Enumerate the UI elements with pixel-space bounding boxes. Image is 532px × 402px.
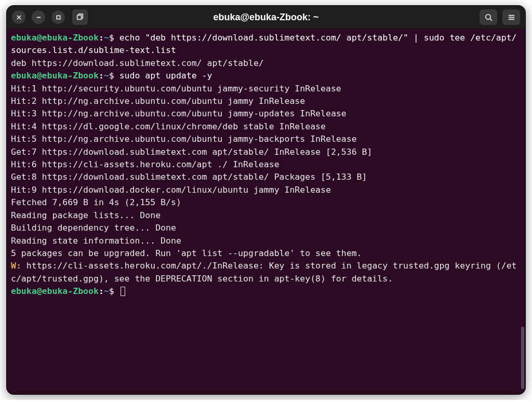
new-tab-button[interactable] (72, 9, 88, 25)
prompt-colon: : (99, 71, 104, 81)
svg-point-2 (485, 14, 490, 19)
output-line: Reading state information... Done (11, 236, 181, 246)
prompt-user: ebuka@ebuka-Zbook (11, 286, 99, 296)
window-controls (12, 10, 65, 24)
search-button[interactable] (480, 9, 497, 25)
close-button[interactable] (12, 10, 25, 24)
prompt-path: ~ (104, 286, 109, 296)
terminal-body[interactable]: ebuka@ebuka-Zbook:~$ echo "deb https://d… (7, 29, 525, 394)
scrollbar[interactable] (521, 327, 524, 389)
output-line: Hit:2 http://ng.archive.ubuntu.com/ubunt… (11, 96, 305, 106)
command-line: sudo apt update -y (119, 71, 212, 81)
output-line: Hit:1 http://security.ubuntu.com/ubuntu … (11, 84, 341, 93)
menu-button[interactable] (502, 9, 520, 25)
output-line: Get:8 https://download.sublimetext.com a… (11, 172, 367, 182)
prompt-colon: : (99, 286, 104, 296)
output-line: Hit:4 https://dl.google.com/linux/chrome… (11, 122, 326, 131)
warning-prefix: W: (11, 261, 26, 271)
output-line: Hit:5 http://ng.archive.ubuntu.com/ubunt… (11, 134, 357, 144)
maximize-icon (56, 15, 61, 20)
output-line: 5 packages can be upgraded. Run 'apt lis… (11, 248, 362, 258)
hamburger-icon (508, 14, 515, 21)
prompt-symbol: $ (109, 71, 114, 81)
prompt-path: ~ (104, 33, 109, 43)
new-tab-icon (76, 14, 84, 21)
output-line: Get:7 https://download.sublimetext.com a… (11, 147, 372, 157)
output-line: Reading package lists... Done (11, 210, 161, 220)
minimize-button[interactable] (32, 10, 45, 24)
prompt-path: ~ (104, 71, 109, 81)
cursor (121, 287, 125, 296)
output-line: Fetched 7,669 B in 4s (2,155 B/s) (11, 197, 181, 207)
minimize-icon (36, 15, 42, 20)
warning-text: https://cli-assets.heroku.com/apt/./InRe… (11, 261, 517, 283)
close-icon (16, 15, 22, 20)
search-icon (485, 14, 493, 21)
titlebar: ebuka@ebuka-Zbook: ~ (7, 6, 525, 29)
maximize-button[interactable] (51, 10, 65, 24)
output-line: Hit:6 https://cli-assets.heroku.com/apt … (11, 159, 280, 169)
output-line: Hit:9 https://download.docker.com/linux/… (11, 185, 331, 195)
terminal-window: ebuka@ebuka-Zbook: ~ ebuka@ebuka-Zbook:~… (6, 5, 526, 395)
prompt-symbol: $ (109, 33, 114, 43)
svg-rect-0 (57, 16, 60, 19)
svg-rect-1 (77, 16, 82, 20)
output-line: Building dependency tree... Done (11, 223, 176, 233)
output-line: deb https://download.sublimetext.com/ ap… (11, 58, 264, 68)
prompt-symbol: $ (109, 286, 114, 296)
prompt-user: ebuka@ebuka-Zbook (11, 33, 99, 43)
window-title: ebuka@ebuka-Zbook: ~ (213, 12, 318, 23)
prompt-colon: : (99, 33, 104, 43)
prompt-user: ebuka@ebuka-Zbook (11, 71, 99, 81)
right-controls (480, 9, 520, 25)
output-line: Hit:3 http://ng.archive.ubuntu.com/ubunt… (11, 109, 347, 118)
